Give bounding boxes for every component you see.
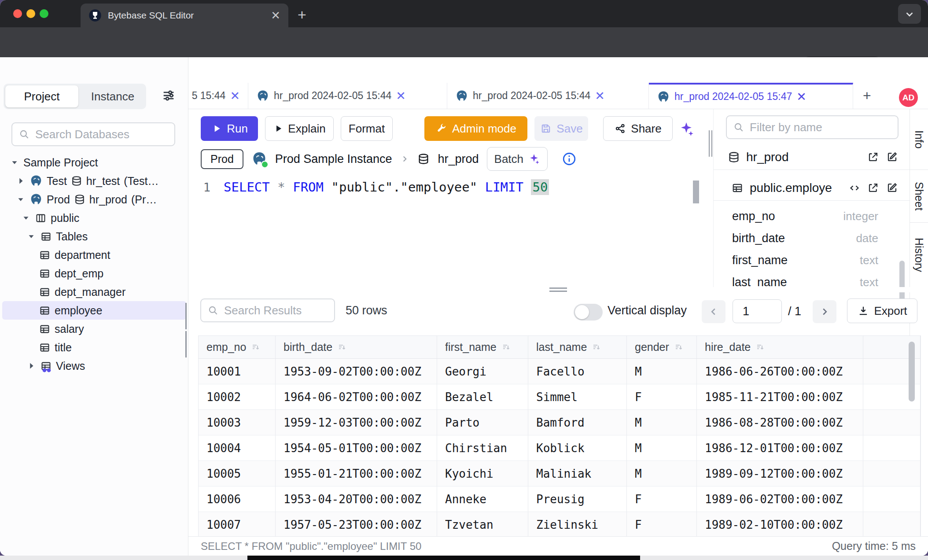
table-cell[interactable]: 10006 [199, 486, 276, 512]
table-cell[interactable]: Zielinski [528, 512, 627, 536]
save-button[interactable]: Save [534, 116, 588, 141]
tab-close-icon[interactable]: ✕ [796, 90, 806, 104]
tab-close-icon[interactable]: ✕ [271, 10, 280, 21]
prev-page-button[interactable] [702, 300, 725, 323]
results-resize-handle[interactable] [188, 287, 928, 292]
table-cell[interactable]: Maliniak [528, 461, 627, 486]
table-cell[interactable]: 1953-09-02T00:00:00Z [276, 359, 437, 384]
table-cell[interactable]: 10001 [199, 359, 276, 384]
table-cell[interactable]: 1953-04-20T00:00:00Z [276, 486, 437, 512]
column-header[interactable]: birth_date [276, 336, 437, 359]
table-cell[interactable]: M [627, 461, 697, 486]
table-cell[interactable]: 10002 [199, 384, 276, 410]
tree-item-table[interactable]: title [0, 338, 188, 357]
tree-item-project[interactable]: Sample Project [0, 153, 188, 172]
table-cell[interactable]: F [627, 512, 697, 536]
tab-sheet[interactable]: Sheet [910, 170, 928, 223]
admin-mode-button[interactable]: Admin mode [424, 116, 527, 141]
table-cell[interactable]: 1985-11-21T00:00:00Z [697, 384, 863, 410]
add-editor-tab-icon[interactable]: + [853, 83, 871, 109]
maximize-traffic-light[interactable] [40, 9, 48, 18]
table-cell[interactable]: 10005 [199, 461, 276, 486]
table-cell[interactable]: 10003 [199, 410, 276, 435]
editor-tab-2[interactable]: hr_prod 2024-02-05 15:44 ✕ [447, 83, 649, 109]
sql-editor[interactable]: 1 SELECT * FROM "public"."employee" LIMI… [188, 177, 708, 197]
results-scrollbar[interactable] [909, 342, 915, 402]
caret-right-icon[interactable] [16, 176, 26, 186]
caret-down-icon[interactable] [26, 232, 36, 241]
table-cell[interactable]: Georgi [437, 359, 528, 384]
tree-item-tables-group[interactable]: Tables [0, 227, 188, 246]
new-tab-icon[interactable]: + [298, 7, 306, 22]
ai-sparkle-icon[interactable] [678, 121, 695, 137]
batch-button[interactable]: Batch [487, 147, 548, 171]
search-results-input[interactable]: Search Results [200, 298, 335, 322]
tree-item-views-group[interactable]: Views [0, 357, 188, 375]
tree-item-table[interactable]: employee [2, 301, 186, 320]
table-cell[interactable]: Facello [528, 359, 627, 384]
tree-item-table[interactable]: dept_manager [0, 283, 188, 301]
sort-icon[interactable] [337, 342, 347, 353]
table-cell[interactable]: Kyoichi [437, 461, 528, 486]
tab-search-chevron-icon[interactable] [898, 4, 921, 24]
minimize-traffic-light[interactable] [26, 9, 35, 18]
table-cell[interactable]: Parto [437, 410, 528, 435]
table-cell[interactable]: 1964-06-02T00:00:00Z [276, 384, 437, 410]
table-cell[interactable]: 10004 [199, 435, 276, 461]
table-cell[interactable]: Anneke [437, 486, 528, 512]
column-header[interactable]: gender [627, 336, 697, 359]
sort-icon[interactable] [755, 342, 766, 353]
editor-tab-partial[interactable]: 5 15:44 ✕ [188, 83, 248, 109]
tree-item-prod-db[interactable]: Prod hr_prod (Pr… [0, 190, 188, 209]
table-cell[interactable]: Koblick [528, 435, 627, 461]
tree-item-table[interactable]: salary [0, 320, 188, 338]
tab-close-icon[interactable]: ✕ [230, 89, 240, 103]
tree-item-table[interactable]: dept_emp [0, 264, 188, 283]
table-cell[interactable]: 1989-09-12T00:00:00Z [697, 461, 863, 486]
export-button[interactable]: Export [847, 298, 917, 323]
browser-tab[interactable]: Bytebase SQL Editor ✕ [81, 4, 288, 27]
sidebar-filter-icon[interactable] [161, 88, 176, 103]
share-button[interactable]: Share [603, 116, 673, 141]
edit-icon[interactable] [886, 151, 899, 163]
schema-column-row[interactable]: emp_nointeger [714, 205, 910, 227]
editor-tab-3-active[interactable]: hr_prod 2024-02-05 15:47 ✕ [649, 83, 853, 109]
table-cell[interactable]: Simmel [528, 384, 627, 410]
code-icon[interactable] [848, 182, 861, 194]
tab-close-icon[interactable]: ✕ [595, 89, 605, 103]
table-cell[interactable]: 1959-12-03T00:00:00Z [276, 410, 437, 435]
schema-column-row[interactable]: last_nametext [714, 271, 910, 287]
table-cell[interactable]: 1986-08-28T00:00:00Z [697, 410, 863, 435]
run-button[interactable]: Run [201, 116, 258, 141]
table-cell[interactable]: 1986-06-26T00:00:00Z [697, 359, 863, 384]
table-cell[interactable]: M [627, 410, 697, 435]
column-header[interactable]: last_name [528, 336, 627, 359]
panel-resize-handle[interactable] [708, 109, 713, 308]
avatar[interactable]: AD [899, 88, 918, 107]
schema-column-row[interactable]: birth_datedate [714, 227, 910, 249]
table-cell[interactable]: 1954-05-01T00:00:00Z [276, 435, 437, 461]
instance-name[interactable]: Prod Sample Instance [275, 152, 392, 166]
caret-down-icon[interactable] [21, 213, 31, 223]
table-cell[interactable]: 1957-05-23T00:00:00Z [276, 512, 437, 536]
next-page-button[interactable] [813, 300, 836, 323]
tab-info[interactable]: Info [910, 109, 928, 170]
tree-item-table[interactable]: department [0, 246, 188, 264]
close-traffic-light[interactable] [13, 9, 22, 18]
format-button[interactable]: Format [341, 116, 393, 141]
search-databases-input[interactable]: Search Databases [11, 122, 175, 146]
tree-item-schema-public[interactable]: public [0, 209, 188, 227]
database-name[interactable]: hr_prod [438, 152, 479, 166]
external-link-icon[interactable] [867, 181, 880, 194]
schema-column-row[interactable]: first_nametext [714, 249, 910, 271]
sidebar-resize-handle[interactable] [184, 303, 188, 359]
table-cell[interactable]: M [627, 435, 697, 461]
external-link-icon[interactable] [867, 151, 880, 163]
edit-icon[interactable] [886, 181, 899, 194]
caret-down-icon[interactable] [16, 195, 26, 204]
tab-history[interactable]: History [910, 223, 928, 287]
filter-by-name-input[interactable]: Filter by name [726, 115, 899, 139]
tab-close-icon[interactable]: ✕ [396, 89, 406, 103]
caret-right-icon[interactable] [26, 361, 36, 371]
table-cell[interactable]: Chirstian [437, 435, 528, 461]
